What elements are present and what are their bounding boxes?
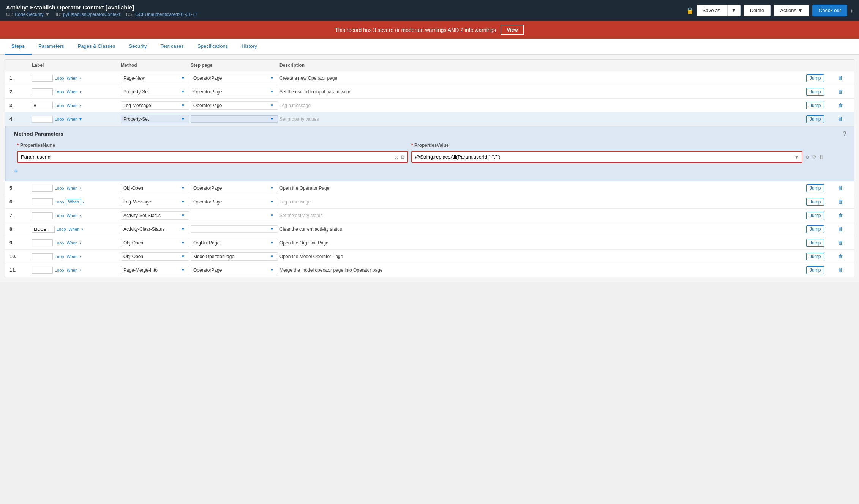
step-8-expand[interactable]: › (81, 227, 83, 232)
add-param-row-button[interactable]: + (14, 167, 18, 176)
step-4-steppage-arrow[interactable]: ▼ (268, 117, 275, 121)
step-4-method-arrow[interactable]: ▼ (180, 117, 186, 121)
step-2-method-arrow[interactable]: ▼ (180, 90, 186, 94)
step-5-delete[interactable]: 🗑 (838, 185, 850, 191)
step-9-when[interactable]: When (66, 240, 78, 246)
step-10-jump[interactable]: Jump (806, 253, 824, 260)
step-1-when[interactable]: When (66, 76, 78, 81)
step-11-delete[interactable]: 🗑 (838, 267, 850, 273)
step-5-jump[interactable]: Jump (806, 184, 824, 192)
step-5-method-arrow[interactable]: ▼ (180, 186, 186, 190)
step-11-jump[interactable]: Jump (806, 266, 824, 274)
step-9-steppage-arrow[interactable]: ▼ (268, 241, 275, 245)
step-7-label-input[interactable] (32, 212, 53, 219)
step-11-when[interactable]: When (66, 268, 78, 273)
step-1-delete[interactable]: 🗑 (838, 75, 850, 81)
step-4-expand[interactable]: ▾ (79, 117, 82, 122)
step-1-steppage-arrow[interactable]: ▼ (268, 76, 275, 80)
step-5-expand[interactable]: › (79, 186, 81, 191)
step-5-steppage-arrow[interactable]: ▼ (268, 186, 275, 190)
step-9-jump[interactable]: Jump (806, 239, 824, 247)
tab-specifications[interactable]: Specifications (191, 39, 235, 55)
param-name-circle-icon[interactable]: ⊙ (394, 154, 399, 160)
step-6-method-arrow[interactable]: ▼ (180, 200, 186, 204)
param-row-gear-icon[interactable]: ⚙ (812, 154, 816, 160)
step-2-steppage-arrow[interactable]: ▼ (268, 90, 275, 94)
step-4-label-input[interactable] (32, 116, 53, 123)
step-10-loop[interactable]: Loop (54, 254, 65, 259)
save-as-label[interactable]: Save as (697, 5, 726, 16)
step-8-steppage-arrow[interactable]: ▼ (268, 227, 275, 231)
step-6-label-input[interactable] (32, 198, 53, 205)
step-1-jump[interactable]: Jump (806, 74, 824, 82)
step-3-when[interactable]: When (66, 103, 78, 108)
step-7-loop[interactable]: Loop (54, 213, 65, 218)
step-4-when[interactable]: When (66, 117, 78, 122)
step-7-method-arrow[interactable]: ▼ (180, 213, 186, 217)
param-value-input[interactable] (412, 152, 792, 162)
step-7-expand[interactable]: › (79, 213, 81, 218)
step-8-delete[interactable]: 🗑 (838, 226, 850, 232)
step-9-method-arrow[interactable]: ▼ (180, 241, 186, 245)
step-10-steppage-arrow[interactable]: ▼ (268, 254, 275, 258)
step-6-loop[interactable]: Loop (54, 199, 65, 205)
step-7-steppage-arrow[interactable]: ▼ (268, 213, 275, 217)
step-2-jump[interactable]: Jump (806, 88, 824, 96)
tab-pages-classes[interactable]: Pages & Classes (71, 39, 122, 55)
step-8-loop[interactable]: Loop (56, 227, 66, 232)
step-7-when[interactable]: When (66, 213, 78, 218)
step-10-method-arrow[interactable]: ▼ (180, 254, 186, 258)
step-3-method-arrow[interactable]: ▼ (180, 103, 186, 107)
step-1-loop[interactable]: Loop (54, 76, 65, 81)
step-2-expand[interactable]: › (79, 89, 81, 94)
step-10-expand[interactable]: › (79, 254, 81, 259)
step-7-delete[interactable]: 🗑 (838, 213, 850, 218)
save-as-arrow[interactable]: ▼ (727, 5, 740, 16)
step-5-label-input[interactable] (32, 185, 53, 192)
step-5-when[interactable]: When (66, 186, 78, 191)
step-1-expand[interactable]: › (79, 76, 81, 81)
step-1-label-input[interactable] (32, 75, 53, 82)
step-2-delete[interactable]: 🗑 (838, 89, 850, 94)
step-3-delete[interactable]: 🗑 (838, 102, 850, 108)
tab-security[interactable]: Security (122, 39, 154, 55)
step-2-loop[interactable]: Loop (54, 89, 65, 94)
step-3-loop[interactable]: Loop (54, 103, 65, 108)
step-6-delete[interactable]: 🗑 (838, 199, 850, 205)
step-2-label-input[interactable] (32, 88, 53, 95)
param-row-circle-icon[interactable]: ⊙ (805, 154, 810, 160)
step-1-method-arrow[interactable]: ▼ (180, 76, 186, 80)
view-button[interactable]: View (501, 25, 524, 35)
step-4-delete[interactable]: 🗑 (838, 116, 850, 122)
step-3-jump[interactable]: Jump (806, 102, 824, 109)
step-3-steppage-arrow[interactable]: ▼ (268, 103, 275, 107)
step-6-when[interactable]: When (66, 199, 81, 205)
delete-button[interactable]: Delete (744, 5, 771, 16)
step-9-loop[interactable]: Loop (54, 240, 65, 246)
step-11-loop[interactable]: Loop (54, 268, 65, 273)
step-8-label-input[interactable] (32, 226, 55, 233)
step-11-steppage-arrow[interactable]: ▼ (268, 268, 275, 272)
step-5-loop[interactable]: Loop (54, 186, 65, 191)
step-9-expand[interactable]: › (79, 240, 81, 246)
step-10-delete[interactable]: 🗑 (838, 254, 850, 259)
param-name-gear-icon[interactable]: ⚙ (400, 154, 405, 160)
tab-history[interactable]: History (235, 39, 264, 55)
step-9-delete[interactable]: 🗑 (838, 240, 850, 246)
checkout-button[interactable]: Check out (812, 5, 848, 16)
param-name-input[interactable] (18, 152, 392, 162)
tab-steps[interactable]: Steps (5, 39, 32, 55)
expand-icon[interactable]: › (850, 6, 853, 15)
tab-test-cases[interactable]: Test cases (154, 39, 191, 55)
help-icon[interactable]: ? (843, 131, 846, 137)
param-value-dropdown-icon[interactable]: ▼ (794, 154, 799, 160)
step-7-jump[interactable]: Jump (806, 212, 824, 219)
step-3-expand[interactable]: › (79, 103, 81, 108)
step-4-loop[interactable]: Loop (54, 117, 65, 122)
step-3-label-input[interactable] (32, 102, 53, 109)
tab-parameters[interactable]: Parameters (32, 39, 71, 55)
step-6-expand[interactable]: › (82, 199, 84, 205)
step-11-method-arrow[interactable]: ▼ (180, 268, 186, 272)
step-8-jump[interactable]: Jump (806, 225, 824, 233)
step-8-when[interactable]: When (68, 227, 80, 232)
